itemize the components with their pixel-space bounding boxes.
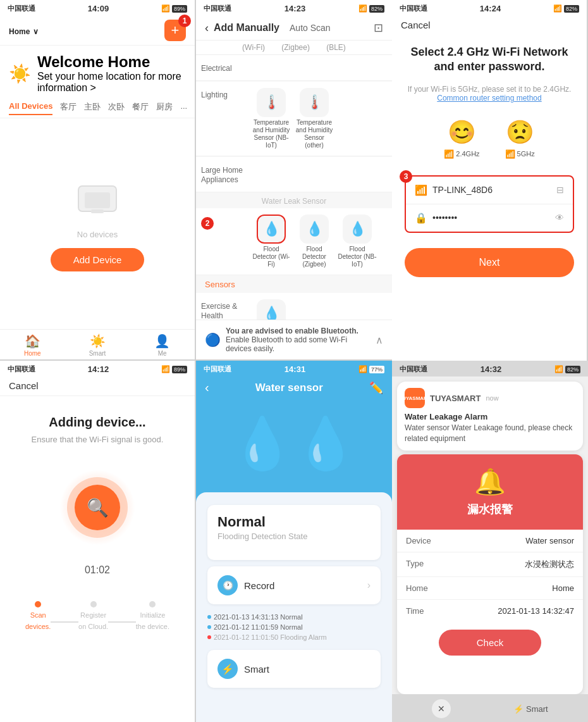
screen-water-sensor: 中国联通 14:31 📶 77% ‹ Water sensor ✏️ 💧💧 No…	[196, 361, 392, 722]
tab-living[interactable]: 客厅	[60, 101, 77, 115]
record-left: 🕐 Record	[217, 575, 274, 595]
search-icon: 🔍	[75, 485, 120, 530]
cancel-button-4[interactable]: Cancel	[9, 380, 39, 391]
water-drops-icon: 💧💧	[231, 414, 357, 473]
temp-humidity-nb[interactable]: 🌡️ Temperature and Humidity Sensor (NB-I…	[252, 88, 291, 149]
alarm-row-type: Type 水浸检测状态	[397, 552, 583, 577]
welcome-sub[interactable]: Set your home location for more informat…	[37, 71, 186, 94]
cat-exercise-label: Exercise & Health	[201, 299, 252, 320]
tab-dining[interactable]: 餐厅	[132, 101, 149, 115]
back-arrow-5[interactable]: ‹	[205, 380, 209, 395]
notif-app-name: TUYASMART	[430, 394, 481, 403]
dot-blue-1	[207, 615, 211, 619]
nav-me[interactable]: 👤 Me	[130, 333, 195, 357]
smart-nav-notif[interactable]: ⚡ Smart	[513, 704, 548, 714]
wifi-sub: (Wi-Fi)	[242, 43, 265, 52]
flood-wifi[interactable]: 💧 Flood Detector (Wi-Fi)	[252, 215, 291, 268]
entry-2-text: 2021-01-12 11:01:59 Normal	[214, 623, 303, 631]
next-button[interactable]: Next	[405, 248, 574, 277]
signal-icon-6: 📶	[554, 365, 563, 373]
alarm-card: 🔔 漏水报警 Device Water sensor Type 水浸检测状态 H…	[397, 454, 583, 694]
normal-card: Normal Flooding Detection State 🕐 Record…	[196, 492, 392, 722]
wifi-name-field[interactable]: 📶 TP-LINK_48D6 ⊟	[406, 177, 573, 204]
notif-time: now	[486, 394, 498, 402]
sun-icon: ☀️	[9, 63, 31, 84]
right-icons-5: 📶 77%	[358, 365, 384, 373]
tab-master[interactable]: 主卧	[84, 101, 101, 115]
flood-nb[interactable]: 💧 Flood Detector (NB-IoT)	[338, 215, 377, 268]
flood-other[interactable]: 💧 Flood Detector (other)	[252, 299, 291, 320]
auto-scan-tab[interactable]: Auto Scan	[290, 23, 331, 33]
status-bar-1: 中国联通 14:09 📶 89%	[0, 0, 195, 16]
temp-humidity-other[interactable]: 🌡️ Temperature and Humidity Sensor (othe…	[295, 88, 334, 149]
welcome-heading: Welcome Home	[37, 53, 186, 71]
freq-24-label: 📶 2.4GHz	[444, 149, 479, 159]
tuya-logo: TUYASMART	[405, 388, 425, 408]
time-val: 2021-01-13 14:32:47	[498, 606, 574, 616]
time-2: 14:23	[285, 4, 305, 13]
prog-line-1	[51, 621, 78, 623]
water-sensor-title: Water sensor	[209, 382, 369, 394]
prog-label-scan2: devices.	[25, 623, 51, 630]
nav-home[interactable]: 🏠 Home	[0, 333, 65, 357]
nav-smart[interactable]: ☀️ Smart	[65, 333, 130, 357]
time-4: 14:12	[88, 364, 109, 374]
temp-humidity-nb-icon: 🌡️	[257, 88, 286, 117]
adding-subtitle: Ensure that the Wi-Fi signal is good.	[32, 435, 164, 444]
edit-icon-5[interactable]: ✏️	[369, 381, 383, 395]
alarm-row-home: Home Home	[397, 577, 583, 600]
carrier-6: 中国联通	[400, 364, 427, 374]
progress-row: Scan devices. Register on Cloud. Initial…	[13, 601, 182, 630]
plus-icon: +	[171, 22, 180, 39]
alarm-row-time: Time 2021-01-13 14:32:47	[397, 600, 583, 622]
tab-second[interactable]: 次卧	[108, 101, 125, 115]
tab-all-devices[interactable]: All Devices	[9, 101, 52, 115]
prog-label-register: Register	[80, 611, 106, 619]
add-manually-title[interactable]: Add Manually	[214, 22, 279, 34]
tab-more[interactable]: ...	[180, 101, 187, 115]
smart-item[interactable]: ⚡ Smart	[207, 650, 381, 688]
tab-kitchen[interactable]: 厨房	[156, 101, 173, 115]
alarm-details: Device Water sensor Type 水浸检测状态 Home Hom…	[397, 530, 583, 622]
smart-label-notif: Smart	[526, 704, 548, 714]
wifi-dropdown-icon[interactable]: ⊟	[556, 185, 564, 195]
add-device-button[interactable]: Add Device	[51, 248, 145, 271]
smart-icon-notif: ⚡	[513, 704, 524, 714]
smart-nav-icon: ☀️	[90, 333, 106, 349]
ble-sub: (BLE)	[326, 43, 346, 52]
time-3: 14:24	[480, 4, 501, 13]
close-circle-button[interactable]: ✕	[432, 699, 451, 718]
screen-add-manually: 中国联通 14:23 📶 82% ‹ Add Manually Auto Sca…	[196, 0, 392, 361]
router-link[interactable]: Common router setting method	[437, 94, 541, 103]
cat-lighting-items: 🌡️ Temperature and Humidity Sensor (NB-I…	[252, 88, 387, 149]
signal-icon: 📶	[161, 4, 170, 13]
wifi-password-field[interactable]: 🔒 •••••••• 👁	[406, 204, 573, 232]
notif-card-header: TUYASMART TUYASMART now	[397, 382, 583, 412]
cat-lighting-label: Lighting	[201, 88, 252, 101]
normal-status-title: Normal	[217, 514, 371, 530]
expand-icon[interactable]: ⊡	[374, 21, 383, 35]
bluetooth-sub-msg: Enable Bluetooth to add some Wi-Fi devic…	[226, 335, 371, 353]
record-entry-3: 2021-01-12 11:01:50 Flooding Alarm	[207, 633, 381, 641]
eye-icon[interactable]: 👁	[555, 213, 564, 223]
home-title[interactable]: Home ∨	[9, 24, 39, 37]
cancel-button[interactable]: Cancel	[401, 20, 431, 30]
temp-humidity-other-label: Temperature and Humidity Sensor (other)	[295, 119, 334, 149]
right-icons-4: 📶 89%	[161, 365, 187, 373]
record-item[interactable]: 🕐 Record ›	[207, 566, 381, 604]
smart-toggle-icon[interactable]: ⚡	[217, 659, 238, 679]
clock-icon: 🕐	[217, 575, 238, 595]
sad-face-icon: 😟	[506, 119, 534, 146]
type-key: Type	[406, 559, 424, 570]
right-icons-3: 📶 82%	[553, 4, 579, 13]
device-tabs: All Devices 客厅 主卧 次卧 餐厅 厨房 ...	[0, 99, 195, 118]
flood-zigbee[interactable]: 💧 Flood Detector (Zigbee)	[295, 215, 334, 268]
svg-rect-1	[85, 192, 110, 208]
chevron-up-icon[interactable]: ∧	[376, 334, 383, 346]
prog-label-init: Initialize	[140, 611, 166, 619]
no-devices-label: No devices	[77, 230, 118, 239]
check-button[interactable]: Check	[439, 630, 542, 656]
back-arrow-icon[interactable]: ‹	[205, 22, 209, 35]
temp-humidity-other-icon: 🌡️	[300, 88, 329, 117]
wifi-setup-title: Select 2.4 GHz Wi-Fi Network and enter p…	[405, 45, 574, 75]
